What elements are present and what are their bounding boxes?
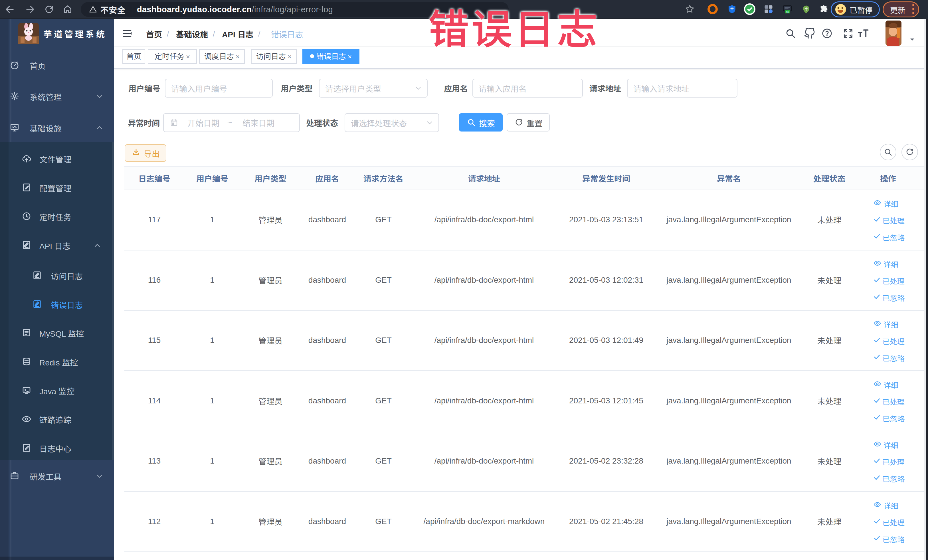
svg-text:on: on [786, 11, 789, 14]
